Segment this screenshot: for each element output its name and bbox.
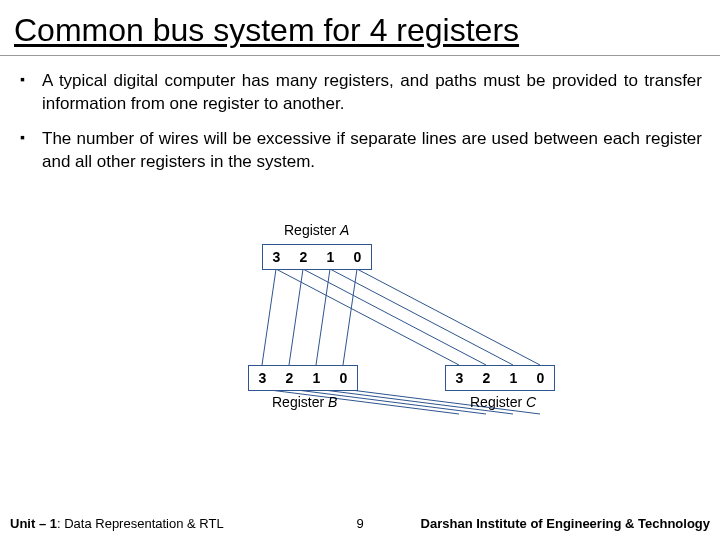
reg-cell: 1 [303,366,330,390]
register-c: 3 2 1 0 [445,365,555,391]
slide-footer: Unit – 1: Data Representation & RTL 9 Da… [0,512,720,540]
reg-cell: 0 [344,245,371,269]
svg-line-2 [289,269,303,365]
reg-cell: 1 [317,245,344,269]
svg-line-1 [276,269,459,365]
register-b-label: Register B [272,394,337,410]
reg-cell: 2 [276,366,303,390]
svg-line-7 [357,269,540,365]
slide-title: Common bus system for 4 registers [0,0,720,56]
svg-line-0 [262,269,276,365]
register-c-label: Register C [470,394,536,410]
footer-institute: Darshan Institute of Engineering & Techn… [421,516,710,531]
reg-cell: 0 [527,366,554,390]
reg-cell: 3 [446,366,473,390]
footer-unit: Unit – 1 [10,516,57,531]
register-b: 3 2 1 0 [248,365,358,391]
bullet-list: A typical digital computer has many regi… [0,64,720,174]
reg-cell: 2 [473,366,500,390]
svg-line-6 [343,269,357,365]
svg-line-5 [330,269,513,365]
register-diagram: Register A 3 2 1 0 3 2 1 0 Register B 3 … [0,222,720,482]
page-number: 9 [356,516,363,531]
footer-topic: : Data Representation & RTL [57,516,224,531]
svg-line-4 [316,269,330,365]
reg-cell: 3 [263,245,290,269]
register-a: 3 2 1 0 [262,244,372,270]
svg-line-3 [303,269,486,365]
reg-cell: 3 [249,366,276,390]
reg-cell: 2 [290,245,317,269]
register-a-label: Register A [284,222,349,238]
reg-cell: 1 [500,366,527,390]
bullet-item: A typical digital computer has many regi… [18,70,702,116]
reg-cell: 0 [330,366,357,390]
bullet-item: The number of wires will be excessive if… [18,128,702,174]
